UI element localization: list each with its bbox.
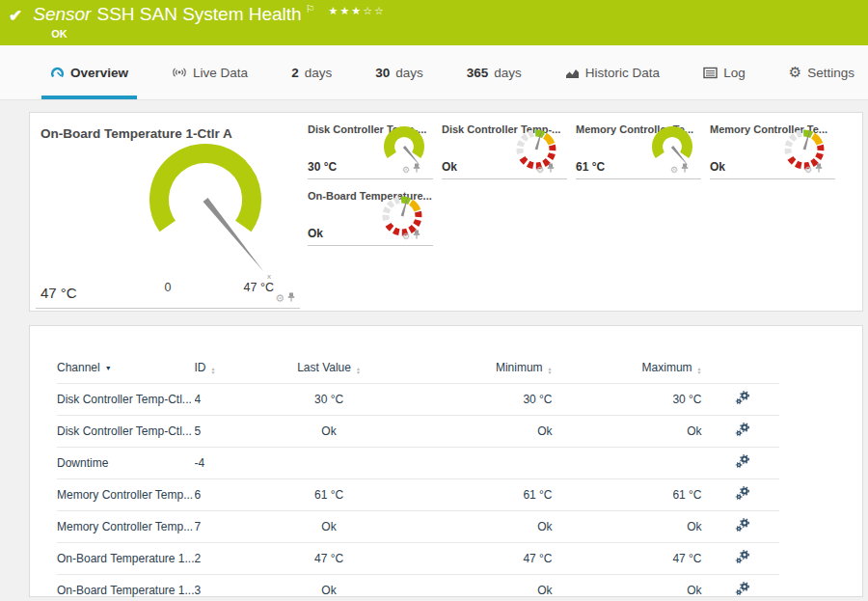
gauge-tile[interactable]: Disk Controller Temp-... Ok ⚙ (442, 121, 567, 179)
tile-settings-gear-icon[interactable]: ⚙ (402, 226, 410, 243)
status-badge: OK (51, 28, 386, 40)
chart-icon (565, 67, 580, 79)
tile-settings-gear-icon[interactable]: ⚙ (402, 159, 410, 177)
table-row[interactable]: Downtime-4 (57, 448, 779, 479)
gear-icon: ⚙ (536, 165, 544, 175)
cell-max: 47 °C (556, 543, 706, 575)
gear-icon: ⚙ (402, 165, 410, 175)
gauge-tile-value: 61 °C (576, 160, 605, 174)
cell-last: Ok (255, 416, 404, 448)
tile-pin-icon[interactable] (413, 226, 420, 243)
col-header-last-value[interactable]: Last Value▲▼ (255, 355, 404, 384)
gauge-tile[interactable]: Disk Controller Temp-... 30 °C ⚙ (308, 121, 433, 179)
gauge-segment-amber (411, 203, 418, 211)
sort-icon: ▲▼ (697, 367, 702, 374)
cell-id: 2 (195, 543, 255, 575)
edit-channel-icon[interactable] (735, 518, 750, 535)
tile-settings-gear-icon[interactable]: ⚙ (670, 159, 678, 177)
edit-channel-icon[interactable] (735, 486, 750, 504)
cell-last: Ok (255, 511, 404, 543)
tile-pin-icon[interactable] (815, 159, 823, 177)
gauges-panel: On-Board Temperature 1-Ctlr A x 0 47 °C … (29, 112, 863, 312)
cell-channel: Disk Controller Temp-Ctl... (57, 384, 195, 416)
edit-channel-icon[interactable] (735, 391, 750, 408)
channel-table: Channel▼ID▲▼Last Value▲▼Minimum▲▼Maximum… (57, 355, 779, 601)
table-row[interactable]: On-Board Temperature 1...247 °C47 °C47 °… (57, 543, 779, 575)
tile-settings-gear-icon[interactable]: ⚙ (804, 159, 812, 177)
edit-channel-icon[interactable] (735, 550, 750, 567)
tab-2-days[interactable]: 2 days (291, 45, 332, 99)
tab-30-days[interactable]: 30 days (375, 45, 423, 99)
gauge-tile[interactable]: Memory Controller Te... 61 °C ⚙ (576, 121, 701, 179)
primary-gauge-tile[interactable]: On-Board Temperature 1-Ctlr A x 0 47 °C … (36, 119, 300, 309)
tab-historic-data[interactable]: Historic Data (565, 45, 660, 99)
primary-gauge-value: 47 °C (41, 285, 77, 301)
col-header-minimum[interactable]: Minimum▲▼ (404, 355, 556, 384)
gauge-scale-max: 47 °C (244, 281, 274, 294)
cell-last (255, 448, 404, 479)
tab-log[interactable]: Log (703, 45, 746, 99)
cell-id: -4 (195, 448, 255, 479)
sort-icon: ▲▼ (211, 367, 216, 374)
table-row[interactable]: Disk Controller Temp-Ctl...5OkOkOk (57, 416, 779, 448)
tab-365-days[interactable]: 365 days (467, 45, 522, 99)
tile-settings-gear-icon[interactable]: ⚙ (275, 288, 285, 306)
tile-pin-icon[interactable] (287, 288, 295, 306)
col-header-channel[interactable]: Channel▼ (57, 355, 195, 384)
channel-table-body: Disk Controller Temp-Ctl...430 °C30 °C30… (57, 384, 779, 601)
cell-max: Ok (556, 511, 706, 543)
cell-id: 6 (195, 479, 255, 511)
tile-settings-gear-icon[interactable]: ⚙ (536, 159, 544, 177)
cell-min: Ok (404, 511, 556, 543)
cell-channel: On-Board Temperature 1... (57, 575, 195, 601)
cell-max: 61 °C (556, 479, 706, 511)
tile-pin-icon[interactable] (681, 159, 689, 177)
edit-channel-icon[interactable] (735, 423, 750, 440)
gauge-segment-green (401, 200, 410, 202)
gauge-segment-amber (813, 136, 820, 145)
cell-last: Ok (255, 575, 404, 601)
tab-settings[interactable]: ⚙ Settings (789, 45, 854, 99)
col-header-id[interactable]: ID▲▼ (195, 355, 255, 384)
table-row[interactable]: Memory Controller Temp...7OkOkOk (57, 511, 779, 543)
gauge-tile-value: Ok (710, 160, 725, 174)
priority-stars[interactable]: ★★★☆☆ (329, 5, 386, 17)
pin-icon (547, 163, 555, 173)
table-row[interactable]: Memory Controller Temp...661 °C61 °C61 °… (57, 479, 779, 511)
cell-channel: On-Board Temperature 1... (57, 543, 195, 575)
cell-max: Ok (556, 416, 706, 448)
status-check-icon: ✔ (9, 6, 22, 45)
needle-tip-marker: x (267, 272, 271, 281)
edit-channel-icon[interactable] (735, 582, 750, 599)
gauge-scale-min: 0 (165, 281, 172, 294)
gauge-tile[interactable]: Memory Controller Te... Ok ⚙ (710, 121, 835, 179)
sort-desc-icon: ▼ (105, 365, 112, 371)
table-row[interactable]: On-Board Temperature 1...3OkOkOk (57, 575, 779, 601)
cell-id: 7 (195, 511, 255, 543)
gauge-tile[interactable]: On-Board Temperature... Ok ⚙ (308, 187, 433, 246)
flag-icon[interactable]: ⚐ (306, 3, 315, 15)
cell-min: 30 °C (404, 384, 556, 416)
gauge-icon (50, 66, 65, 79)
edit-channel-icon[interactable] (735, 454, 750, 472)
table-row[interactable]: Disk Controller Temp-Ctl...430 °C30 °C30… (57, 384, 779, 416)
pin-icon (413, 230, 420, 239)
gear-icon: ⚙ (789, 66, 801, 79)
gauge-segment-gray (520, 133, 533, 155)
tab-overview[interactable]: Overview (50, 45, 128, 99)
cell-min: Ok (404, 416, 556, 448)
gear-icon: ⚙ (402, 232, 410, 241)
log-icon (703, 67, 718, 79)
gauge-tile-value: Ok (308, 227, 323, 240)
cell-last: 30 °C (255, 384, 404, 416)
cell-channel: Memory Controller Temp... (57, 479, 195, 511)
cell-channel: Downtime (57, 448, 195, 479)
object-kind-label: Sensor (33, 4, 91, 25)
tile-pin-icon[interactable] (547, 159, 555, 177)
tab-live-data[interactable]: Live Data (172, 45, 248, 99)
tile-pin-icon[interactable] (413, 159, 420, 177)
gauge-arc (658, 132, 688, 155)
broadcast-icon (172, 66, 187, 79)
channels-panel: Channel▼ID▲▼Last Value▲▼Minimum▲▼Maximum… (29, 325, 863, 597)
col-header-maximum[interactable]: Maximum▲▼ (556, 355, 706, 384)
